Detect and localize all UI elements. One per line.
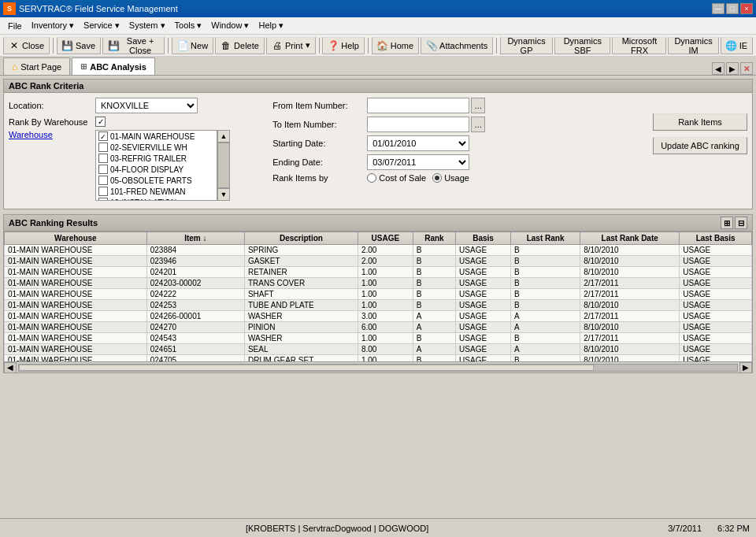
wh-item-01[interactable]: 01-MAIN WAREHOUSE: [96, 131, 217, 142]
results-icon-1[interactable]: ⊞: [721, 217, 733, 229]
from-item-lookup-btn[interactable]: …: [471, 98, 485, 113]
sep5: [496, 38, 497, 54]
table-row[interactable]: 01-MAIN WAREHOUSE024203-00002TRANS COVER…: [5, 278, 752, 289]
close-button[interactable]: ✕ Close: [3, 37, 50, 54]
col-header-lastbasis[interactable]: Last Basis: [680, 232, 752, 245]
menu-inventory[interactable]: Inventory ▾: [27, 19, 79, 32]
rank-by-warehouse-checkbox[interactable]: ✓: [95, 117, 106, 127]
microsoft-frx-button[interactable]: Microsoft FRX: [612, 37, 666, 54]
window-controls[interactable]: — □ ×: [712, 3, 753, 14]
dynamics-sbf-button[interactable]: Dynamics SBF: [554, 37, 610, 54]
col-header-item[interactable]: Item ↓: [146, 232, 244, 245]
menu-window[interactable]: Window ▾: [206, 19, 254, 32]
from-item-input[interactable]: [367, 98, 469, 113]
wh-checkbox-05[interactable]: [98, 176, 108, 185]
table-h-scrollbar[interactable]: ◀ ▶: [4, 361, 752, 372]
wh-checkbox-03[interactable]: [98, 154, 108, 163]
ending-date-select[interactable]: 03/07/2011: [367, 154, 469, 170]
to-item-lookup-btn[interactable]: …: [471, 117, 485, 132]
tab-scroll-left[interactable]: ◀: [712, 62, 724, 75]
table-row[interactable]: 01-MAIN WAREHOUSE024222SHAFT1.00BUSAGEB2…: [5, 289, 752, 300]
help-button[interactable]: ❓ Help: [322, 37, 365, 54]
wh-scroll-up[interactable]: ▲: [217, 130, 230, 143]
home-button[interactable]: 🏠 Home: [372, 37, 419, 54]
wh-item-03[interactable]: 03-REFRIG TRAILER: [96, 153, 217, 164]
update-abc-button[interactable]: Update ABC ranking: [653, 137, 747, 154]
window-close-btn[interactable]: ×: [740, 3, 753, 14]
abc-analysis-tab[interactable]: ⊞ ABC Analysis: [72, 57, 155, 75]
menu-system[interactable]: System ▾: [124, 19, 170, 32]
col-header-rank[interactable]: Rank: [413, 232, 455, 245]
delete-icon: 🗑: [220, 40, 232, 51]
wh-checkbox-01[interactable]: [98, 131, 108, 141]
menu-help[interactable]: Help ▾: [254, 19, 288, 32]
table-row[interactable]: 01-MAIN WAREHOUSE024270PINION6.00AUSAGEA…: [5, 322, 752, 333]
from-item-label: From Item Number:: [272, 101, 367, 110]
status-right: 3/7/2011 6:32 PM: [668, 524, 750, 533]
location-select[interactable]: KNOXVILLE: [95, 98, 198, 113]
wh-item-05[interactable]: 05-OBSOLETE PARTS: [96, 175, 217, 186]
col-header-lastrankdate[interactable]: Last Rank Date: [580, 232, 680, 245]
rank-cost-option[interactable]: Cost of Sale: [367, 173, 426, 183]
table-row[interactable]: 01-MAIN WAREHOUSE024266-00001WASHER3.00A…: [5, 311, 752, 322]
results-section: ABC Ranking Results ⊞ ⊟ Warehouse Item ↓…: [3, 214, 753, 373]
warehouse-list[interactable]: 01-MAIN WAREHOUSE 02-SEVIERVILLE WH 03-R…: [95, 130, 217, 201]
attachments-button[interactable]: 📎 Attachments: [421, 37, 493, 54]
col-header-usage[interactable]: USAGE: [358, 232, 413, 245]
col-header-lastrank[interactable]: Last Rank: [510, 232, 580, 245]
menu-file[interactable]: File: [3, 20, 27, 32]
maximize-btn[interactable]: □: [726, 3, 739, 14]
table-row[interactable]: 01-MAIN WAREHOUSE024705DRUM GEAR SET1.00…: [5, 355, 752, 362]
results-icon-2[interactable]: ⊟: [735, 217, 747, 229]
wh-item-101[interactable]: 101-FRED NEWMAN: [96, 186, 217, 197]
dynamics-im-button[interactable]: Dynamics IM: [668, 37, 718, 54]
rank-usage-option[interactable]: Usage: [432, 173, 469, 183]
to-item-input[interactable]: [367, 117, 469, 132]
save-close-button[interactable]: 💾 Save + Close: [102, 37, 165, 54]
title-bar: S SERVTRAC® Field Service Management — □…: [0, 0, 756, 17]
menu-service[interactable]: Service ▾: [79, 19, 124, 32]
criteria-middle: From Item Number: … To Item Number: …: [265, 98, 645, 204]
table-row[interactable]: 01-MAIN WAREHOUSE023884SPRING2.00BUSAGEB…: [5, 245, 752, 256]
wh-checkbox-04[interactable]: [98, 165, 108, 174]
wh-item-02[interactable]: 02-SEVIERVILLE WH: [96, 142, 217, 153]
col-header-basis[interactable]: Basis: [456, 232, 511, 245]
rank-cost-radio[interactable]: [367, 173, 376, 183]
from-item-field: …: [367, 98, 485, 113]
new-button[interactable]: 📄 New: [172, 37, 213, 54]
table-row[interactable]: 01-MAIN WAREHOUSE024201RETAINER1.00BUSAG…: [5, 267, 752, 278]
warehouse-link[interactable]: Warehouse: [9, 130, 53, 139]
dynamics-gp-button[interactable]: Dynamics GP: [500, 37, 553, 54]
status-bar: [KROBERTS | ServtracDogwood | DOGWOOD] 3…: [0, 518, 756, 537]
rank-usage-radio[interactable]: [432, 173, 442, 183]
ie-button[interactable]: 🌐 IE: [721, 37, 753, 54]
starting-date-select[interactable]: 01/01/2010: [367, 135, 469, 151]
menu-tools[interactable]: Tools ▾: [170, 19, 207, 32]
wh-item-10[interactable]: 10-INSTALLATION: [96, 197, 217, 201]
print-button[interactable]: 🖨 Print▾: [266, 37, 316, 54]
start-page-tab[interactable]: ⌂ Start Page: [3, 57, 70, 75]
minimize-btn[interactable]: —: [712, 3, 724, 14]
tab-scroll-right[interactable]: ▶: [726, 62, 739, 75]
wh-checkbox-10[interactable]: [98, 198, 108, 201]
save-button[interactable]: 💾 Save: [57, 37, 101, 54]
tab-close[interactable]: ✕: [740, 62, 753, 75]
col-header-desc[interactable]: Description: [244, 232, 358, 245]
results-table-container[interactable]: Warehouse Item ↓ Description USAGE Rank …: [4, 231, 752, 361]
wh-checkbox-101[interactable]: [98, 187, 108, 196]
wh-checkbox-02[interactable]: [98, 143, 108, 152]
scroll-thumb[interactable]: [19, 365, 594, 371]
scroll-right-btn[interactable]: ▶: [739, 362, 752, 373]
delete-button[interactable]: 🗑 Delete: [215, 37, 265, 54]
table-row[interactable]: 01-MAIN WAREHOUSE023946GASKET2.00BUSAGEB…: [5, 256, 752, 267]
wh-scroll-down[interactable]: ▼: [217, 188, 230, 201]
warehouse-list-row: Warehouse 01-MAIN WAREHOUSE 02-SEV: [9, 130, 257, 201]
scroll-left-btn[interactable]: ◀: [4, 362, 17, 373]
table-row[interactable]: 01-MAIN WAREHOUSE024651SEAL8.00AUSAGEA8/…: [5, 344, 752, 355]
location-field: KNOXVILLE: [95, 98, 198, 113]
rank-items-button[interactable]: Rank Items: [653, 113, 747, 131]
table-row[interactable]: 01-MAIN WAREHOUSE024253TUBE AND PLATE1.0…: [5, 300, 752, 311]
col-header-warehouse[interactable]: Warehouse: [5, 232, 147, 245]
wh-item-04[interactable]: 04-FLOOR DISPLAY: [96, 164, 217, 175]
table-row[interactable]: 01-MAIN WAREHOUSE024543WASHER1.00BUSAGEB…: [5, 333, 752, 344]
